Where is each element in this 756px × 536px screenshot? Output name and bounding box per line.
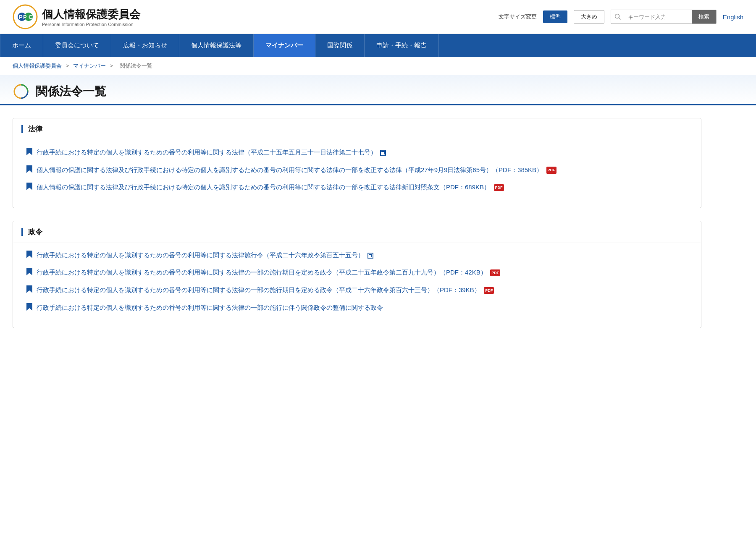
font-size-label: 文字サイズ変更 xyxy=(499,13,537,21)
nav-mynumber[interactable]: マイナンバー xyxy=(254,34,315,57)
nav-news[interactable]: 広報・お知らせ xyxy=(111,34,179,57)
svg-text:P: P xyxy=(23,14,27,20)
list-item: 個人情報の保護に関する法律及び行政手続における特定の個人を識別するための番号の利… xyxy=(26,165,688,176)
svg-line-7 xyxy=(619,18,620,20)
bookmark-icon xyxy=(26,303,33,314)
english-link[interactable]: English xyxy=(723,13,743,21)
page-icon xyxy=(13,83,29,100)
seirei-link-4[interactable]: 行政手続における特定の個人を識別するための番号の利用等に関する法律の一部の施行に… xyxy=(37,304,383,311)
section-seirei-title: 政令 xyxy=(21,228,42,236)
list-item: 行政手続における特定の個人を識別するための番号の利用等に関する法律の一部の施行期… xyxy=(26,267,688,279)
section-houritsu: 法律 行政手続における特定の個人を識別するための番号の利用等に関する法律（平成二… xyxy=(13,118,701,208)
external-icon xyxy=(380,150,386,156)
breadcrumb-current: 関係法令一覧 xyxy=(120,63,152,69)
breadcrumb-sep1: > xyxy=(66,63,71,69)
search-input[interactable] xyxy=(625,11,692,23)
page-heading-area: 関係法令一覧 xyxy=(0,75,756,105)
section-houritsu-header: 法律 xyxy=(13,118,701,140)
law-link-1[interactable]: 行政手続における特定の個人を識別するための番号の利用等に関する法律（平成二十五年… xyxy=(37,149,377,156)
search-button[interactable]: 検索 xyxy=(692,10,716,24)
seirei-link-2[interactable]: 行政手続における特定の個人を識別するための番号の利用等に関する法律の一部の施行期… xyxy=(37,269,487,276)
pdf-icon: PDF xyxy=(494,184,504,191)
nav-application[interactable]: 申請・手続・報告 xyxy=(365,34,439,57)
svg-marker-11 xyxy=(26,183,32,190)
logo-subtitle: Personal Information Protection Commissi… xyxy=(42,22,140,27)
nav-committee[interactable]: 委員会について xyxy=(43,34,111,57)
list-item: 行政手続における特定の個人を識別するための番号の利用等に関する法律の一部の施行期… xyxy=(26,285,688,296)
svg-marker-10 xyxy=(26,165,32,173)
navigation: ホーム 委員会について 広報・お知らせ 個人情報保護法等 マイナンバー 国際関係… xyxy=(0,34,756,57)
bookmark-icon xyxy=(26,268,33,279)
external-icon xyxy=(368,253,373,259)
svg-marker-9 xyxy=(26,148,32,155)
svg-text:C: C xyxy=(29,14,33,20)
nav-international[interactable]: 国際関係 xyxy=(315,34,365,57)
bookmark-icon xyxy=(26,251,33,261)
ppc-logo: P P C xyxy=(13,4,38,29)
svg-point-6 xyxy=(615,14,619,18)
section-houritsu-title: 法律 xyxy=(21,125,42,133)
logo-area: P P C 個人情報保護委員会 Personal Information Pro… xyxy=(13,4,140,29)
nav-privacy-law[interactable]: 個人情報保護法等 xyxy=(179,34,254,57)
pdf-icon: PDF xyxy=(546,167,556,173)
seirei-link-1[interactable]: 行政手続における特定の個人を識別するための番号の利用等に関する法律施行令（平成二… xyxy=(37,251,364,259)
svg-marker-13 xyxy=(26,268,32,275)
list-item: 個人情報の保護に関する法律及び行政手続における特定の個人を識別するための番号の利… xyxy=(26,182,688,193)
bookmark-icon xyxy=(26,165,33,176)
list-item: 行政手続における特定の個人を識別するための番号の利用等に関する法律（平成二十五年… xyxy=(26,147,688,159)
bookmark-icon xyxy=(26,148,33,159)
main-content: 法律 行政手続における特定の個人を識別するための番号の利用等に関する法律（平成二… xyxy=(0,105,714,353)
search-icon xyxy=(611,11,625,23)
svg-marker-12 xyxy=(26,251,32,258)
list-item: 行政手続における特定の個人を識別するための番号の利用等に関する法律施行令（平成二… xyxy=(26,250,688,261)
section-seirei-header: 政令 xyxy=(13,221,701,243)
svg-marker-15 xyxy=(26,303,32,311)
search-area: 検索 xyxy=(611,10,717,24)
header: P P C 個人情報保護委員会 Personal Information Pro… xyxy=(0,0,756,34)
breadcrumb-mynumber[interactable]: マイナンバー xyxy=(73,63,106,69)
logo-title: 個人情報保護委員会 xyxy=(42,7,140,22)
law-link-2[interactable]: 個人情報の保護に関する法律及び行政手続における特定の個人を識別するための番号の利… xyxy=(37,166,543,173)
bookmark-icon xyxy=(26,183,33,193)
section-seirei: 政令 行政手続における特定の個人を識別するための番号の利用等に関する法律施行令（… xyxy=(13,221,701,328)
breadcrumb-sep2: > xyxy=(110,63,114,69)
font-large-button[interactable]: 大きめ xyxy=(574,10,604,24)
font-standard-button[interactable]: 標準 xyxy=(543,10,567,23)
svg-marker-14 xyxy=(26,285,32,293)
page-title: 関係法令一覧 xyxy=(36,84,106,99)
section-seirei-links: 行政手続における特定の個人を識別するための番号の利用等に関する法律施行令（平成二… xyxy=(13,243,701,328)
pdf-icon: PDF xyxy=(490,269,500,276)
breadcrumb-home[interactable]: 個人情報保護委員会 xyxy=(13,63,62,69)
svg-text:P: P xyxy=(19,14,23,20)
bookmark-icon xyxy=(26,285,33,296)
pdf-icon: PDF xyxy=(484,287,494,294)
nav-home[interactable]: ホーム xyxy=(0,34,43,57)
law-link-3[interactable]: 個人情報の保護に関する法律及び行政手続における特定の個人を識別するための番号の利… xyxy=(37,183,490,191)
header-right: 文字サイズ変更 標準 大きめ 検索 English xyxy=(499,10,743,24)
list-item: 行政手続における特定の個人を識別するための番号の利用等に関する法律の一部の施行に… xyxy=(26,302,688,314)
breadcrumb: 個人情報保護委員会 > マイナンバー > 関係法令一覧 xyxy=(0,57,756,75)
section-houritsu-links: 行政手続における特定の個人を識別するための番号の利用等に関する法律（平成二十五年… xyxy=(13,140,701,208)
seirei-link-3[interactable]: 行政手続における特定の個人を識別するための番号の利用等に関する法律の一部の施行期… xyxy=(37,286,480,293)
logo-text-area: 個人情報保護委員会 Personal Information Protectio… xyxy=(42,7,140,27)
